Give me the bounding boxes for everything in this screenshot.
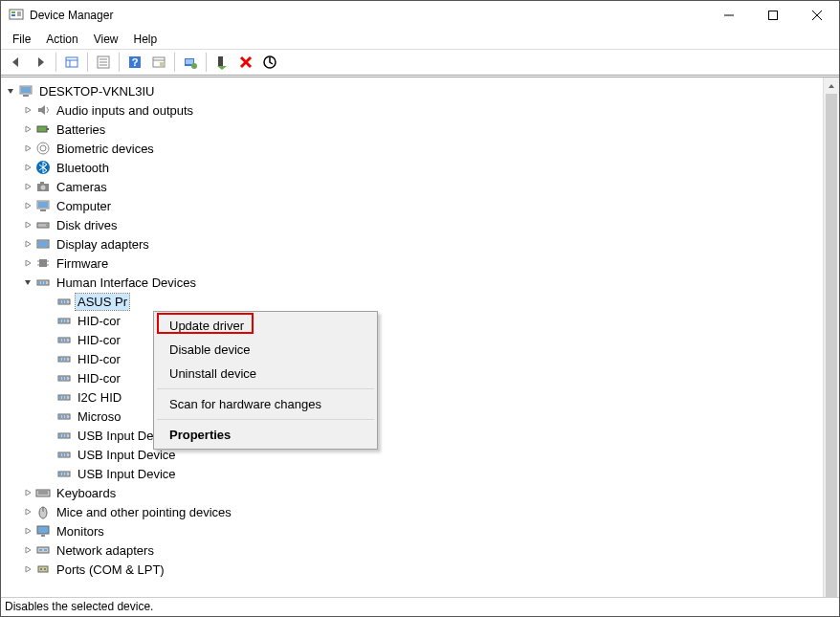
context-uninstall-device[interactable]: Uninstall device [156, 362, 375, 386]
tree-label: DESKTOP-VKNL3IU [37, 83, 156, 99]
tree-item-hid-child[interactable]: USB Input Device [1, 426, 823, 445]
properties-button[interactable] [92, 51, 115, 74]
chevron-right-icon[interactable] [22, 525, 33, 537]
svg-rect-44 [38, 241, 48, 247]
window-controls [707, 1, 839, 30]
minimize-button[interactable] [707, 1, 751, 30]
tree-item-hid-child[interactable]: I2C HID [1, 387, 823, 407]
context-properties[interactable]: Properties [156, 423, 375, 447]
vertical-scrollbar[interactable] [823, 77, 839, 597]
tree-item-disks[interactable]: Disk drives [1, 215, 823, 234]
action-button[interactable] [147, 51, 170, 74]
tree-item-hid-child[interactable]: HID-cor [1, 349, 823, 368]
chevron-down-icon[interactable] [5, 85, 16, 97]
chevron-right-icon[interactable] [22, 487, 33, 498]
pc-icon [35, 198, 51, 213]
tree-item-biometric[interactable]: Biometric devices [1, 139, 823, 158]
tree-item-hid-child[interactable]: ASUS Pr [1, 292, 823, 311]
tree-label: Human Interface Devices [55, 275, 198, 291]
chevron-right-icon[interactable] [22, 219, 33, 231]
chevron-right-icon[interactable] [22, 257, 33, 269]
mouse-icon [35, 504, 51, 519]
tree-item-bluetooth[interactable]: Bluetooth [1, 158, 823, 177]
tree-item-keyboards[interactable]: Keyboards [1, 483, 823, 502]
context-scan-hardware[interactable]: Scan for hardware changes [156, 392, 375, 416]
scroll-up-icon[interactable] [824, 77, 839, 94]
tree-item-ports[interactable]: Ports (COM & LPT) [1, 560, 823, 579]
tree-item-computer[interactable]: Computer [1, 196, 823, 215]
tree-item-hid-child[interactable]: HID-cor [1, 311, 823, 330]
scroll-track[interactable] [824, 94, 839, 581]
svg-rect-30 [37, 126, 47, 132]
toolbar-separator [87, 53, 88, 72]
svg-rect-3 [17, 11, 21, 16]
tree-label: Monitors [55, 523, 106, 540]
svg-rect-92 [62, 473, 64, 475]
device-tree[interactable]: DESKTOP-VKNL3IU Audio inputs and outputs… [1, 77, 823, 597]
svg-rect-71 [59, 377, 61, 380]
uninstall-button[interactable] [234, 51, 257, 74]
svg-rect-85 [65, 434, 67, 437]
menu-file[interactable]: File [5, 31, 38, 48]
tree-root[interactable]: DESKTOP-VKNL3IU [1, 81, 823, 100]
maximize-button[interactable] [751, 1, 795, 30]
show-hide-tree-button[interactable] [60, 51, 83, 74]
chevron-right-icon[interactable] [22, 544, 33, 556]
bluetooth-icon [35, 160, 51, 175]
forward-button[interactable] [29, 51, 52, 74]
svg-rect-61 [65, 320, 67, 322]
window-title: Device Manager [30, 9, 707, 22]
chevron-right-icon[interactable] [22, 104, 33, 116]
camera-icon [35, 179, 51, 194]
menu-view[interactable]: View [86, 31, 126, 48]
chevron-right-icon[interactable] [22, 506, 33, 518]
tree-item-cameras[interactable]: Cameras [1, 177, 823, 196]
svg-rect-79 [59, 415, 61, 418]
close-button[interactable] [795, 1, 839, 30]
chevron-right-icon[interactable] [22, 143, 33, 154]
chevron-right-icon[interactable] [22, 200, 33, 211]
tree-item-monitors[interactable]: Monitors [1, 521, 823, 540]
chevron-down-icon[interactable] [22, 276, 33, 288]
enable-button[interactable] [210, 51, 233, 74]
toolbar-separator [206, 53, 207, 72]
menu-action[interactable]: Action [38, 31, 85, 48]
tree-item-batteries[interactable]: Batteries [1, 120, 823, 139]
chevron-right-icon[interactable] [22, 123, 33, 135]
svg-rect-19 [160, 62, 164, 66]
scan-button[interactable] [258, 51, 281, 74]
menu-help[interactable]: Help [126, 31, 166, 48]
tree-label: Display adapters [55, 236, 151, 253]
svg-rect-21 [186, 59, 193, 64]
tree-label: Computer [55, 198, 113, 214]
tree-item-network[interactable]: Network adapters [1, 540, 823, 560]
help-button[interactable]: ? [123, 51, 146, 74]
chevron-right-icon[interactable] [22, 238, 33, 250]
tree-item-hid-child[interactable]: USB Input Device [1, 464, 823, 483]
tree-item-firmware[interactable]: Firmware [1, 253, 823, 273]
tree-item-hid-child[interactable]: HID-cor [1, 330, 823, 349]
svg-rect-59 [59, 320, 61, 322]
context-disable-device[interactable]: Disable device [156, 338, 375, 362]
back-button[interactable] [5, 51, 28, 74]
toolbar-separator [55, 53, 56, 72]
tree-item-display[interactable]: Display adapters [1, 234, 823, 253]
tree-item-audio[interactable]: Audio inputs and outputs [1, 100, 823, 120]
tree-item-hid-child[interactable]: USB Input Device [1, 445, 823, 464]
tree-item-mice[interactable]: Mice and other pointing devices [1, 502, 823, 521]
scroll-thumb[interactable] [826, 94, 837, 617]
spacer [43, 315, 55, 326]
spacer [43, 296, 55, 307]
tree-container: DESKTOP-VKNL3IU Audio inputs and outputs… [1, 77, 839, 597]
chevron-right-icon[interactable] [22, 162, 33, 173]
svg-rect-45 [39, 259, 47, 267]
tree-label: HID-cor [76, 370, 122, 386]
chevron-right-icon[interactable] [22, 181, 33, 192]
chevron-right-icon[interactable] [22, 563, 33, 575]
context-separator [157, 419, 374, 420]
tree-item-hid-child[interactable]: HID-cor [1, 368, 823, 387]
tree-item-hid-child[interactable]: Microso [1, 407, 823, 426]
tree-item-hid[interactable]: Human Interface Devices [1, 273, 823, 292]
update-driver-button[interactable] [179, 51, 202, 74]
context-update-driver[interactable]: Update driver [156, 314, 375, 338]
